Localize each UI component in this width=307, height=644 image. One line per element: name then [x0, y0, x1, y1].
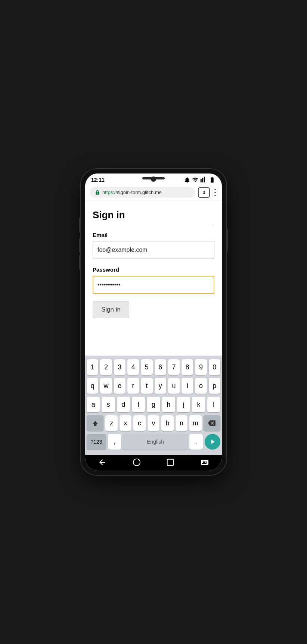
key-b[interactable]: b [161, 415, 173, 431]
lock-icon [95, 190, 100, 195]
key-7[interactable]: 7 [168, 359, 180, 375]
key-i[interactable]: i [182, 378, 193, 394]
key-o[interactable]: o [195, 378, 207, 394]
key-x[interactable]: x [120, 415, 131, 431]
phone-frame: 12:11 https://signin-form.glitch.me [81, 169, 226, 475]
email-input[interactable] [93, 241, 214, 259]
period-key[interactable]: . [189, 434, 203, 450]
key-p[interactable]: p [209, 378, 220, 394]
key-row-zxcv: z x c v b n m [87, 415, 220, 431]
key-c[interactable]: c [133, 415, 145, 431]
num-key[interactable]: ?123 [87, 434, 106, 450]
password-input[interactable] [93, 276, 214, 294]
go-button[interactable] [205, 434, 220, 450]
key-a[interactable]: a [87, 397, 100, 412]
key-0[interactable]: 0 [209, 359, 220, 375]
shift-key[interactable] [87, 415, 103, 431]
key-u[interactable]: u [168, 378, 180, 394]
key-r[interactable]: r [127, 378, 139, 394]
key-h[interactable]: h [162, 397, 175, 412]
keyboard-nav-button[interactable] [200, 458, 209, 467]
tab-count-button[interactable]: 3 [198, 187, 210, 198]
battery-icon [208, 176, 216, 183]
key-l[interactable]: l [207, 397, 220, 412]
key-row-asdf: a s d f g h j k l [87, 397, 220, 412]
url-box[interactable]: https://signin-form.glitch.me [90, 187, 195, 198]
signal-icon [200, 176, 207, 183]
keyboard: 1 2 3 4 5 6 7 8 9 0 q w e r t y u i [85, 356, 222, 455]
key-4[interactable]: 4 [127, 359, 139, 375]
key-e[interactable]: e [114, 378, 125, 394]
email-label: Email [93, 232, 214, 238]
key-row-qwerty: q w e r t y u i o p [87, 378, 220, 394]
title-divider [93, 224, 214, 224]
key-y[interactable]: y [155, 378, 166, 394]
status-icons [184, 176, 216, 183]
key-3[interactable]: 3 [114, 359, 125, 375]
url-https: https:// [102, 190, 117, 195]
key-j[interactable]: j [177, 397, 190, 412]
camera [151, 176, 156, 182]
key-n[interactable]: n [176, 415, 187, 431]
key-8[interactable]: 8 [182, 359, 193, 375]
key-s[interactable]: s [102, 397, 115, 412]
key-6[interactable]: 6 [155, 359, 166, 375]
page-title: Sign in [93, 209, 214, 221]
signin-button[interactable]: Sign in [93, 301, 129, 318]
key-9[interactable]: 9 [195, 359, 207, 375]
svg-point-0 [133, 459, 140, 466]
space-key[interactable]: English [123, 434, 187, 450]
key-k[interactable]: k [192, 397, 205, 412]
key-1[interactable]: 1 [87, 359, 98, 375]
phone-screen: 12:11 https://signin-form.glitch.me [85, 173, 222, 471]
comma-key[interactable]: , [108, 434, 121, 450]
key-q[interactable]: q [87, 378, 98, 394]
url-domain: signin-form.glitch.me [117, 190, 162, 195]
key-row-numbers: 1 2 3 4 5 6 7 8 9 0 [87, 359, 220, 375]
key-t[interactable]: t [141, 378, 152, 394]
key-v[interactable]: v [148, 415, 159, 431]
nav-bar [85, 455, 222, 471]
key-g[interactable]: g [147, 397, 160, 412]
browser-menu-button[interactable] [213, 187, 217, 198]
key-row-bottom: ?123 , English . [87, 434, 220, 450]
key-z[interactable]: z [105, 415, 117, 431]
key-m[interactable]: m [189, 415, 201, 431]
key-w[interactable]: w [100, 378, 112, 394]
key-d[interactable]: d [117, 397, 130, 412]
status-time: 12:11 [91, 177, 105, 183]
home-nav-button[interactable] [133, 458, 141, 466]
delete-key[interactable] [204, 415, 220, 431]
recents-nav-button[interactable] [166, 458, 174, 466]
form-area: Sign in Email Password Sign in [85, 200, 222, 356]
notification-icon [184, 176, 190, 183]
key-5[interactable]: 5 [141, 359, 152, 375]
url-text: https://signin-form.glitch.me [102, 190, 162, 195]
key-2[interactable]: 2 [100, 359, 112, 375]
key-f[interactable]: f [132, 397, 145, 412]
password-label: Password [93, 266, 214, 273]
wifi-icon [192, 176, 199, 183]
back-nav-button[interactable] [98, 458, 107, 467]
address-bar: https://signin-form.glitch.me 3 [85, 185, 222, 200]
svg-rect-1 [167, 459, 174, 466]
